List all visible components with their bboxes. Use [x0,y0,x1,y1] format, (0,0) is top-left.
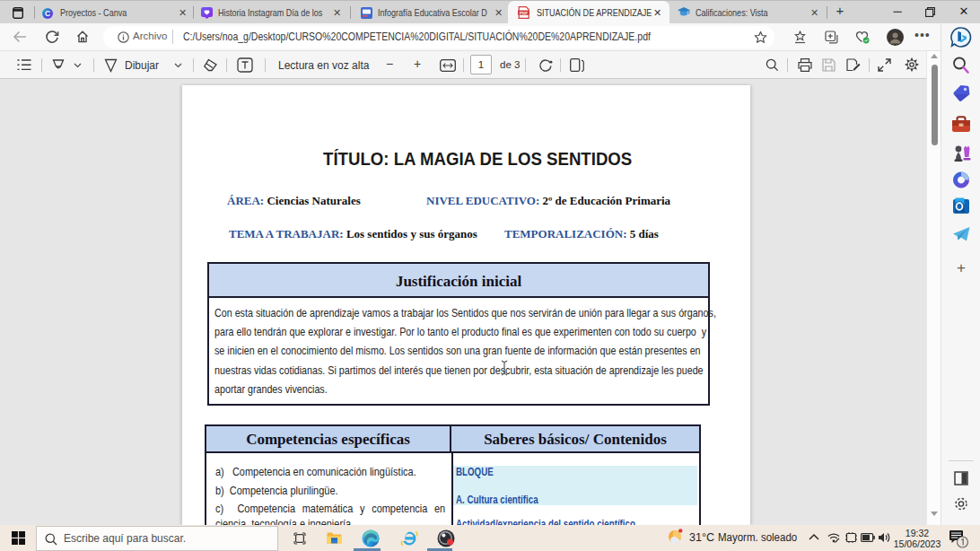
svg-text:C: C [45,9,50,18]
svg-text:PDF: PDF [520,11,528,15]
